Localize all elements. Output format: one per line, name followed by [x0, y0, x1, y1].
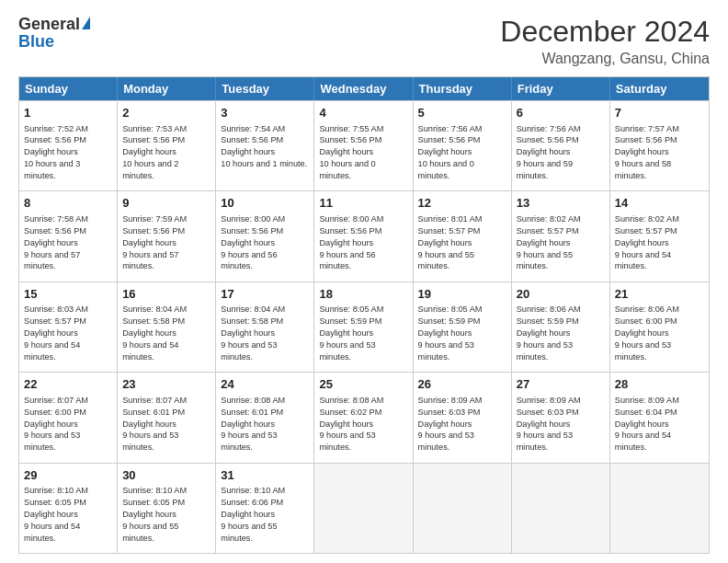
- calendar-cell-13: 13Sunrise: 8:02 AMSunset: 5:57 PMDayligh…: [512, 191, 610, 281]
- cell-info: Sunrise: 8:06 AMSunset: 6:00 PMDaylight …: [615, 304, 704, 362]
- cell-info: Sunrise: 8:05 AMSunset: 5:59 PMDaylight …: [319, 304, 407, 362]
- cell-info: Sunrise: 8:02 AMSunset: 5:57 PMDaylight …: [517, 213, 605, 272]
- cell-day-number: 31: [221, 467, 309, 484]
- cell-day-number: 11: [319, 195, 407, 212]
- logo-blue: Blue: [18, 32, 54, 52]
- cell-day-number: 9: [122, 195, 210, 212]
- cell-info: Sunrise: 8:04 AMSunset: 5:58 PMDaylight …: [221, 304, 309, 362]
- calendar-body: 1Sunrise: 7:52 AMSunset: 5:56 PMDaylight…: [19, 100, 709, 553]
- cell-info: Sunrise: 7:55 AMSunset: 5:56 PMDaylight …: [319, 123, 407, 182]
- calendar-cell-31: 31Sunrise: 8:10 AMSunset: 6:06 PMDayligh…: [216, 464, 314, 553]
- calendar-cell-26: 26Sunrise: 8:09 AMSunset: 6:03 PMDayligh…: [414, 373, 512, 462]
- cell-day-number: 5: [418, 105, 506, 121]
- calendar-cell-2: 2Sunrise: 7:53 AMSunset: 5:56 PMDaylight…: [118, 101, 216, 190]
- cell-info: Sunrise: 7:59 AMSunset: 5:56 PMDaylight …: [122, 213, 210, 272]
- calendar-cell-17: 17Sunrise: 8:04 AMSunset: 5:58 PMDayligh…: [216, 282, 314, 372]
- calendar-header-monday: Monday: [118, 77, 216, 100]
- logo-general: General: [18, 15, 80, 34]
- cell-day-number: 27: [517, 376, 605, 393]
- cell-info: Sunrise: 8:00 AMSunset: 5:56 PMDaylight …: [319, 213, 407, 272]
- calendar-cell-29: 29Sunrise: 8:10 AMSunset: 6:05 PMDayligh…: [19, 464, 118, 553]
- calendar-header: SundayMondayTuesdayWednesdayThursdayFrid…: [19, 77, 709, 100]
- cell-day-number: 4: [319, 105, 407, 121]
- cell-info: Sunrise: 8:09 AMSunset: 6:04 PMDaylight …: [615, 395, 704, 454]
- calendar-cell-20: 20Sunrise: 8:06 AMSunset: 5:59 PMDayligh…: [512, 282, 610, 372]
- calendar-cell-empty: [610, 464, 709, 553]
- cell-day-number: 3: [221, 105, 309, 121]
- cell-info: Sunrise: 7:52 AMSunset: 5:56 PMDaylight …: [24, 123, 112, 182]
- logo-icon: [82, 17, 90, 29]
- cell-day-number: 7: [615, 105, 704, 121]
- cell-day-number: 17: [221, 286, 309, 303]
- cell-info: Sunrise: 8:08 AMSunset: 6:01 PMDaylight …: [221, 395, 309, 454]
- logo: General Blue: [18, 15, 90, 52]
- calendar-header-friday: Friday: [512, 77, 610, 100]
- calendar-cell-empty: [314, 464, 413, 553]
- cell-day-number: 6: [517, 105, 605, 121]
- cell-day-number: 21: [615, 286, 704, 303]
- calendar-cell-7: 7Sunrise: 7:57 AMSunset: 5:56 PMDaylight…: [610, 101, 709, 190]
- calendar-cell-25: 25Sunrise: 8:08 AMSunset: 6:02 PMDayligh…: [314, 373, 413, 462]
- calendar-cell-28: 28Sunrise: 8:09 AMSunset: 6:04 PMDayligh…: [610, 373, 709, 462]
- logo-text: General: [18, 15, 90, 34]
- cell-info: Sunrise: 8:09 AMSunset: 6:03 PMDaylight …: [418, 395, 506, 454]
- header: General Blue December 2024 Wangzang, Gan…: [18, 15, 710, 67]
- cell-day-number: 22: [24, 376, 112, 393]
- cell-info: Sunrise: 7:57 AMSunset: 5:56 PMDaylight …: [615, 123, 704, 182]
- calendar-cell-9: 9Sunrise: 7:59 AMSunset: 5:56 PMDaylight…: [118, 191, 216, 281]
- cell-day-number: 30: [122, 467, 210, 484]
- cell-day-number: 26: [418, 376, 506, 393]
- cell-info: Sunrise: 7:56 AMSunset: 5:56 PMDaylight …: [517, 123, 605, 182]
- calendar-cell-22: 22Sunrise: 8:07 AMSunset: 6:00 PMDayligh…: [19, 373, 118, 462]
- calendar-cell-1: 1Sunrise: 7:52 AMSunset: 5:56 PMDaylight…: [19, 101, 118, 190]
- calendar-week-2: 8Sunrise: 7:58 AMSunset: 5:56 PMDaylight…: [19, 190, 709, 281]
- calendar-cell-24: 24Sunrise: 8:08 AMSunset: 6:01 PMDayligh…: [216, 373, 314, 462]
- calendar-cell-4: 4Sunrise: 7:55 AMSunset: 5:56 PMDaylight…: [314, 101, 413, 190]
- calendar-cell-12: 12Sunrise: 8:01 AMSunset: 5:57 PMDayligh…: [414, 191, 512, 281]
- cell-day-number: 24: [221, 376, 309, 393]
- cell-day-number: 2: [122, 105, 210, 121]
- calendar-cell-6: 6Sunrise: 7:56 AMSunset: 5:56 PMDaylight…: [512, 101, 610, 190]
- cell-info: Sunrise: 7:53 AMSunset: 5:56 PMDaylight …: [122, 123, 210, 182]
- cell-day-number: 12: [418, 195, 506, 212]
- cell-info: Sunrise: 8:10 AMSunset: 6:06 PMDaylight …: [221, 485, 309, 544]
- calendar-week-1: 1Sunrise: 7:52 AMSunset: 5:56 PMDaylight…: [19, 100, 709, 190]
- calendar-cell-18: 18Sunrise: 8:05 AMSunset: 5:59 PMDayligh…: [314, 282, 413, 372]
- calendar: SundayMondayTuesdayWednesdayThursdayFrid…: [18, 76, 710, 554]
- calendar-header-thursday: Thursday: [414, 77, 512, 100]
- cell-info: Sunrise: 8:10 AMSunset: 6:05 PMDaylight …: [122, 485, 210, 544]
- calendar-cell-30: 30Sunrise: 8:10 AMSunset: 6:05 PMDayligh…: [118, 464, 216, 553]
- calendar-cell-23: 23Sunrise: 8:07 AMSunset: 6:01 PMDayligh…: [118, 373, 216, 462]
- cell-info: Sunrise: 8:06 AMSunset: 5:59 PMDaylight …: [517, 304, 605, 362]
- calendar-cell-10: 10Sunrise: 8:00 AMSunset: 5:56 PMDayligh…: [216, 191, 314, 281]
- cell-day-number: 28: [615, 376, 704, 393]
- cell-info: Sunrise: 8:00 AMSunset: 5:56 PMDaylight …: [221, 213, 309, 272]
- cell-info: Sunrise: 7:58 AMSunset: 5:56 PMDaylight …: [24, 213, 112, 272]
- cell-info: Sunrise: 8:01 AMSunset: 5:57 PMDaylight …: [418, 213, 506, 272]
- cell-info: Sunrise: 7:56 AMSunset: 5:56 PMDaylight …: [418, 123, 506, 182]
- calendar-cell-8: 8Sunrise: 7:58 AMSunset: 5:56 PMDaylight…: [19, 191, 118, 281]
- calendar-cell-16: 16Sunrise: 8:04 AMSunset: 5:58 PMDayligh…: [118, 282, 216, 372]
- cell-info: Sunrise: 8:08 AMSunset: 6:02 PMDaylight …: [319, 395, 407, 454]
- cell-info: Sunrise: 7:54 AMSunset: 5:56 PMDaylight …: [221, 123, 309, 171]
- cell-day-number: 18: [319, 286, 407, 303]
- location: Wangzang, Gansu, China: [500, 51, 710, 67]
- month-title: December 2024: [500, 15, 710, 49]
- calendar-header-sunday: Sunday: [19, 77, 118, 100]
- calendar-week-5: 29Sunrise: 8:10 AMSunset: 6:05 PMDayligh…: [19, 463, 709, 553]
- calendar-cell-21: 21Sunrise: 8:06 AMSunset: 6:00 PMDayligh…: [610, 282, 709, 372]
- calendar-cell-14: 14Sunrise: 8:02 AMSunset: 5:57 PMDayligh…: [610, 191, 709, 281]
- calendar-cell-empty: [512, 464, 610, 553]
- page: General Blue December 2024 Wangzang, Gan…: [0, 0, 728, 563]
- cell-day-number: 13: [517, 195, 605, 212]
- title-section: December 2024 Wangzang, Gansu, China: [500, 15, 710, 67]
- calendar-header-saturday: Saturday: [610, 77, 709, 100]
- cell-info: Sunrise: 8:03 AMSunset: 5:57 PMDaylight …: [24, 304, 112, 362]
- cell-day-number: 29: [24, 467, 112, 484]
- calendar-cell-3: 3Sunrise: 7:54 AMSunset: 5:56 PMDaylight…: [216, 101, 314, 190]
- cell-info: Sunrise: 8:09 AMSunset: 6:03 PMDaylight …: [517, 395, 605, 454]
- calendar-header-tuesday: Tuesday: [216, 77, 314, 100]
- cell-day-number: 25: [319, 376, 407, 393]
- calendar-week-3: 15Sunrise: 8:03 AMSunset: 5:57 PMDayligh…: [19, 282, 709, 372]
- calendar-cell-5: 5Sunrise: 7:56 AMSunset: 5:56 PMDaylight…: [414, 101, 512, 190]
